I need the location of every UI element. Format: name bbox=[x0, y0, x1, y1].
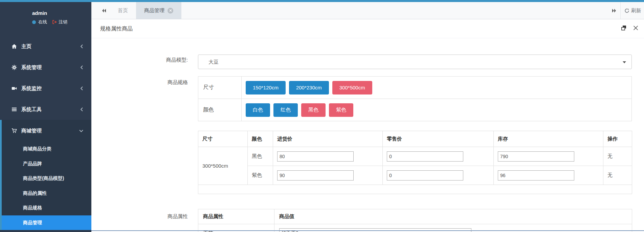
column-header-value: 商品值 bbox=[274, 209, 632, 224]
product-model-select[interactable]: 大豆 bbox=[198, 55, 632, 69]
stock-input[interactable] bbox=[498, 170, 574, 181]
chevron-left-icon bbox=[80, 107, 83, 111]
tab-close-icon[interactable] bbox=[168, 8, 173, 14]
sidebar-section-mall: 商城管理 商城商品分类 产品品牌 商品类型(商品模型) 商品的属性 商品规格 商… bbox=[0, 120, 91, 230]
tab-list: 首页 商品管理 bbox=[110, 2, 181, 19]
sku-table: 尺寸 颜色 进货价 零售价 库存 操作 300*500cm 黑色 无 紫色 无 bbox=[198, 131, 632, 194]
chevron-left-icon bbox=[80, 65, 83, 69]
list-icon bbox=[12, 107, 18, 112]
column-header-purchase-price: 进货价 bbox=[273, 131, 383, 147]
color-cell: 黑色 bbox=[248, 147, 273, 166]
video-camera-icon bbox=[12, 86, 18, 91]
logout-icon bbox=[52, 20, 57, 24]
online-status-icon bbox=[32, 20, 36, 24]
product-spec-label: 商品规格 bbox=[103, 79, 188, 86]
sidebar-item-label: 系统管理 bbox=[21, 64, 42, 71]
tab-bar-right-controls: 刷新 bbox=[607, 2, 644, 19]
tab-product-management[interactable]: 商品管理 bbox=[136, 2, 181, 19]
product-attrs-label: 商品属性 bbox=[103, 213, 188, 220]
color-cell: 紫色 bbox=[248, 166, 273, 185]
column-header-retail-price: 零售价 bbox=[383, 131, 494, 147]
column-header-attribute: 商品属性 bbox=[198, 209, 274, 224]
sidebar-item-product-attributes[interactable]: 商品的属性 bbox=[2, 186, 91, 201]
close-panel-button[interactable] bbox=[633, 25, 639, 31]
tabs-scroll-left-button[interactable] bbox=[97, 2, 110, 19]
bottom-divider bbox=[91, 230, 644, 231]
spec-name: 颜色 bbox=[198, 99, 242, 121]
sidebar-item-product-brands[interactable]: 产品品牌 bbox=[2, 156, 91, 171]
action-cell: 无 bbox=[603, 166, 632, 185]
sidebar-submenu-mall: 商城商品分类 产品品牌 商品类型(商品模型) 商品的属性 商品规格 商品管理 bbox=[2, 142, 91, 230]
column-header-action: 操作 bbox=[603, 131, 632, 147]
panel-header: 规格属性商品 bbox=[91, 19, 644, 38]
refresh-icon bbox=[624, 8, 629, 13]
logout-button[interactable]: 注销 bbox=[52, 19, 67, 25]
logout-label: 注销 bbox=[59, 19, 67, 25]
chevron-left-icon bbox=[80, 86, 83, 90]
attr-header-row: 商品属性 商品值 bbox=[198, 209, 632, 224]
caret-down-icon bbox=[623, 61, 626, 63]
sidebar-item-system-tools[interactable]: 系统工具 bbox=[0, 99, 91, 120]
sidebar-item-product-specs[interactable]: 商品规格 bbox=[2, 201, 91, 215]
purchase-price-input[interactable] bbox=[277, 170, 354, 181]
spec-option-button[interactable]: 150*120cm bbox=[246, 81, 286, 94]
size-group-cell: 300*500cm bbox=[198, 147, 248, 185]
table-row: 300*500cm 黑色 无 bbox=[198, 147, 632, 166]
refresh-label: 刷新 bbox=[631, 7, 641, 14]
maximize-button[interactable] bbox=[621, 25, 627, 31]
spec-row-size: 尺寸 150*120cm 200*230cm 300*500cm bbox=[198, 77, 631, 99]
attributes-table: 商品属性 商品值 工艺 bbox=[198, 209, 632, 232]
sidebar-item-product-management[interactable]: 商品管理 bbox=[2, 215, 91, 230]
spec-selector-table: 尺寸 150*120cm 200*230cm 300*500cm 颜色 白色 红… bbox=[198, 76, 632, 121]
product-model-value: 大豆 bbox=[198, 55, 631, 69]
tabs-scroll-right-button[interactable] bbox=[607, 2, 620, 19]
spec-option-button[interactable]: 紫色 bbox=[329, 103, 353, 117]
column-header-color: 颜色 bbox=[248, 131, 273, 147]
sku-header-row: 尺寸 颜色 进货价 零售价 库存 操作 bbox=[198, 131, 632, 147]
chevron-left-icon bbox=[80, 44, 83, 48]
sidebar-item-product-types[interactable]: 商品类型(商品模型) bbox=[2, 171, 91, 186]
tab-label: 商品管理 bbox=[144, 7, 164, 14]
sidebar-item-label: 系统工具 bbox=[21, 106, 42, 113]
spec-option-button[interactable]: 白色 bbox=[246, 103, 270, 117]
spec-row-color: 颜色 白色 红色 黑色 紫色 bbox=[198, 99, 631, 121]
table-row: 紫色 无 bbox=[198, 166, 632, 185]
tab-home[interactable]: 首页 bbox=[110, 2, 136, 19]
spec-option-button[interactable]: 200*230cm bbox=[289, 81, 329, 94]
spec-option-button[interactable]: 黑色 bbox=[301, 103, 326, 117]
action-cell: 无 bbox=[603, 147, 632, 166]
sidebar-menu: 主页 系统管理 系统监控 系统工具 商城管理 商城商品分类 bbox=[0, 36, 91, 230]
sidebar-item-home[interactable]: 主页 bbox=[0, 36, 91, 57]
sidebar-item-mall-categories[interactable]: 商城商品分类 bbox=[2, 142, 91, 156]
sidebar-item-system-monitor[interactable]: 系统监控 bbox=[0, 78, 91, 99]
stock-input[interactable] bbox=[498, 151, 574, 162]
retail-price-input[interactable] bbox=[387, 151, 463, 162]
table-footer-row bbox=[198, 185, 632, 194]
spec-option-button[interactable]: 300*500cm bbox=[332, 81, 372, 94]
close-icon bbox=[633, 25, 639, 31]
sidebar-item-system-admin[interactable]: 系统管理 bbox=[0, 57, 91, 78]
column-header-size: 尺寸 bbox=[198, 131, 248, 147]
product-model-label: 商品模型: bbox=[103, 57, 188, 63]
online-status-label: 在线 bbox=[38, 19, 47, 25]
page-title: 规格属性商品 bbox=[100, 25, 133, 33]
user-panel: admin 在线 注销 bbox=[32, 10, 67, 25]
double-chevron-left-icon bbox=[101, 8, 107, 14]
sidebar: admin 在线 注销 主页 系统管理 系统监控 系统工具 bbox=[0, 2, 91, 232]
user-name: admin bbox=[32, 10, 67, 16]
double-chevron-right-icon bbox=[611, 8, 617, 14]
spec-name: 尺寸 bbox=[198, 77, 242, 99]
sidebar-item-label: 主页 bbox=[21, 43, 31, 50]
cart-icon bbox=[12, 128, 18, 133]
spec-option-button[interactable]: 红色 bbox=[273, 103, 298, 117]
refresh-button[interactable]: 刷新 bbox=[621, 7, 644, 14]
home-icon bbox=[12, 44, 18, 49]
sidebar-item-label: 商城管理 bbox=[21, 128, 42, 134]
chevron-down-icon bbox=[79, 129, 83, 132]
sidebar-item-mall-admin[interactable]: 商城管理 bbox=[2, 120, 91, 142]
gear-icon bbox=[12, 65, 18, 70]
column-header-stock: 库存 bbox=[494, 131, 603, 147]
purchase-price-input[interactable] bbox=[277, 151, 354, 162]
tab-label: 首页 bbox=[118, 7, 128, 14]
retail-price-input[interactable] bbox=[387, 170, 463, 181]
